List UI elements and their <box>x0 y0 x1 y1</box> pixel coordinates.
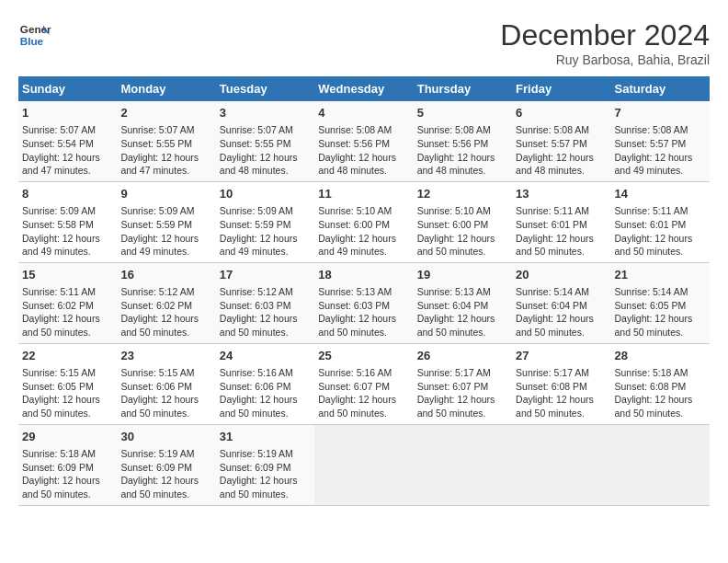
daylight-text: Daylight: 12 hours and 47 minutes. <box>120 152 199 177</box>
sunrise-text: Sunrise: 5:10 AM <box>318 205 392 216</box>
daylight-text: Daylight: 12 hours and 50 minutes. <box>417 233 495 258</box>
day-number: 8 <box>22 186 113 202</box>
day-number: 25 <box>318 348 409 364</box>
logo-icon: General Blue <box>18 18 51 52</box>
day-number: 11 <box>318 186 409 202</box>
sunrise-text: Sunrise: 5:09 AM <box>220 205 293 216</box>
weekday-header-row: Sunday Monday Tuesday Wednesday Thursday… <box>18 76 710 101</box>
day-number: 28 <box>615 348 706 364</box>
calendar-cell: 13Sunrise: 5:11 AMSunset: 6:01 PMDayligh… <box>512 181 610 262</box>
daylight-text: Daylight: 12 hours and 47 minutes. <box>22 152 100 177</box>
sunrise-text: Sunrise: 5:19 AM <box>220 448 293 459</box>
calendar-cell: 29Sunrise: 5:18 AMSunset: 6:09 PMDayligh… <box>18 424 117 505</box>
calendar-cell: 28Sunrise: 5:18 AMSunset: 6:08 PMDayligh… <box>611 343 710 424</box>
logo: General Blue <box>18 18 51 52</box>
month-title: December 2024 <box>500 18 710 52</box>
day-number: 16 <box>120 267 211 283</box>
sunrise-text: Sunrise: 5:18 AM <box>615 367 688 378</box>
daylight-text: Daylight: 12 hours and 49 minutes. <box>318 233 396 258</box>
calendar-cell: 4Sunrise: 5:08 AMSunset: 5:56 PMDaylight… <box>314 101 413 181</box>
day-number: 5 <box>417 105 508 121</box>
sunrise-text: Sunrise: 5:11 AM <box>22 286 96 297</box>
day-number: 21 <box>615 267 706 283</box>
day-number: 18 <box>318 267 409 283</box>
sunset-text: Sunset: 6:03 PM <box>220 300 291 311</box>
title-area: December 2024 Ruy Barbosa, Bahia, Brazil <box>500 18 710 67</box>
day-number: 4 <box>318 105 409 121</box>
calendar-cell: 30Sunrise: 5:19 AMSunset: 6:09 PMDayligh… <box>117 424 215 505</box>
sunset-text: Sunset: 6:05 PM <box>615 300 687 311</box>
sunset-text: Sunset: 6:03 PM <box>318 300 390 311</box>
sunset-text: Sunset: 5:59 PM <box>220 219 291 230</box>
sunrise-text: Sunrise: 5:14 AM <box>615 286 688 297</box>
sunset-text: Sunset: 6:08 PM <box>516 381 587 392</box>
day-number: 26 <box>417 348 508 364</box>
day-number: 31 <box>220 429 311 445</box>
daylight-text: Daylight: 12 hours and 50 minutes. <box>22 394 100 419</box>
sunset-text: Sunset: 6:02 PM <box>120 300 192 311</box>
calendar-cell: 19Sunrise: 5:13 AMSunset: 6:04 PMDayligh… <box>414 262 512 343</box>
sunrise-text: Sunrise: 5:16 AM <box>220 367 293 378</box>
sunrise-text: Sunrise: 5:08 AM <box>516 124 589 135</box>
calendar-cell: 31Sunrise: 5:19 AMSunset: 6:09 PMDayligh… <box>216 424 314 505</box>
day-number: 2 <box>120 105 211 121</box>
sunrise-text: Sunrise: 5:18 AM <box>22 448 96 459</box>
calendar-cell: 21Sunrise: 5:14 AMSunset: 6:05 PMDayligh… <box>611 262 710 343</box>
daylight-text: Daylight: 12 hours and 50 minutes. <box>220 394 298 419</box>
sunrise-text: Sunrise: 5:08 AM <box>417 124 491 135</box>
daylight-text: Daylight: 12 hours and 50 minutes. <box>615 313 693 338</box>
header-monday: Monday <box>117 76 215 101</box>
day-number: 19 <box>417 267 508 283</box>
sunrise-text: Sunrise: 5:11 AM <box>516 205 589 216</box>
calendar-cell: 25Sunrise: 5:16 AMSunset: 6:07 PMDayligh… <box>314 343 413 424</box>
day-number: 6 <box>516 105 607 121</box>
calendar-cell: 6Sunrise: 5:08 AMSunset: 5:57 PMDaylight… <box>512 101 610 181</box>
day-number: 17 <box>220 267 311 283</box>
sunrise-text: Sunrise: 5:13 AM <box>417 286 491 297</box>
sunset-text: Sunset: 6:07 PM <box>318 381 390 392</box>
calendar-week-row: 22Sunrise: 5:15 AMSunset: 6:05 PMDayligh… <box>18 343 710 424</box>
daylight-text: Daylight: 12 hours and 50 minutes. <box>615 233 693 258</box>
calendar-cell: 22Sunrise: 5:15 AMSunset: 6:05 PMDayligh… <box>18 343 117 424</box>
sunrise-text: Sunrise: 5:16 AM <box>318 367 392 378</box>
calendar-week-row: 8Sunrise: 5:09 AMSunset: 5:58 PMDaylight… <box>18 181 710 262</box>
sunset-text: Sunset: 6:06 PM <box>120 381 192 392</box>
day-number: 10 <box>220 186 311 202</box>
sunset-text: Sunset: 5:57 PM <box>615 138 687 149</box>
calendar-cell: 12Sunrise: 5:10 AMSunset: 6:00 PMDayligh… <box>414 181 512 262</box>
daylight-text: Daylight: 12 hours and 49 minutes. <box>615 152 693 177</box>
day-number: 1 <box>22 105 113 121</box>
calendar-cell: 2Sunrise: 5:07 AMSunset: 5:55 PMDaylight… <box>117 101 215 181</box>
calendar-cell: 1Sunrise: 5:07 AMSunset: 5:54 PMDaylight… <box>18 101 117 181</box>
calendar-cell: 8Sunrise: 5:09 AMSunset: 5:58 PMDaylight… <box>18 181 117 262</box>
daylight-text: Daylight: 12 hours and 50 minutes. <box>417 313 495 338</box>
header-tuesday: Tuesday <box>216 76 314 101</box>
daylight-text: Daylight: 12 hours and 50 minutes. <box>22 313 100 338</box>
sunrise-text: Sunrise: 5:07 AM <box>120 124 194 135</box>
daylight-text: Daylight: 12 hours and 49 minutes. <box>22 233 100 258</box>
sunrise-text: Sunrise: 5:19 AM <box>120 448 194 459</box>
daylight-text: Daylight: 12 hours and 50 minutes. <box>220 475 298 500</box>
day-number: 14 <box>615 186 706 202</box>
sunrise-text: Sunrise: 5:17 AM <box>417 367 491 378</box>
daylight-text: Daylight: 12 hours and 49 minutes. <box>220 233 298 258</box>
calendar-cell: 3Sunrise: 5:07 AMSunset: 5:55 PMDaylight… <box>216 101 314 181</box>
sunrise-text: Sunrise: 5:14 AM <box>516 286 589 297</box>
calendar-cell: 10Sunrise: 5:09 AMSunset: 5:59 PMDayligh… <box>216 181 314 262</box>
calendar-cell: 18Sunrise: 5:13 AMSunset: 6:03 PMDayligh… <box>314 262 413 343</box>
sunset-text: Sunset: 6:00 PM <box>417 219 489 230</box>
sunset-text: Sunset: 6:05 PM <box>22 381 94 392</box>
sunset-text: Sunset: 5:56 PM <box>318 138 390 149</box>
sunset-text: Sunset: 6:04 PM <box>516 300 587 311</box>
day-number: 27 <box>516 348 607 364</box>
sunrise-text: Sunrise: 5:07 AM <box>220 124 293 135</box>
calendar-cell: 7Sunrise: 5:08 AMSunset: 5:57 PMDaylight… <box>611 101 710 181</box>
sunset-text: Sunset: 6:07 PM <box>417 381 489 392</box>
day-number: 9 <box>120 186 211 202</box>
sunset-text: Sunset: 6:09 PM <box>120 462 192 473</box>
svg-text:General: General <box>20 23 51 35</box>
calendar-cell: 20Sunrise: 5:14 AMSunset: 6:04 PMDayligh… <box>512 262 610 343</box>
daylight-text: Daylight: 12 hours and 50 minutes. <box>615 394 693 419</box>
calendar-table: Sunday Monday Tuesday Wednesday Thursday… <box>18 76 710 506</box>
sunset-text: Sunset: 6:09 PM <box>22 462 94 473</box>
